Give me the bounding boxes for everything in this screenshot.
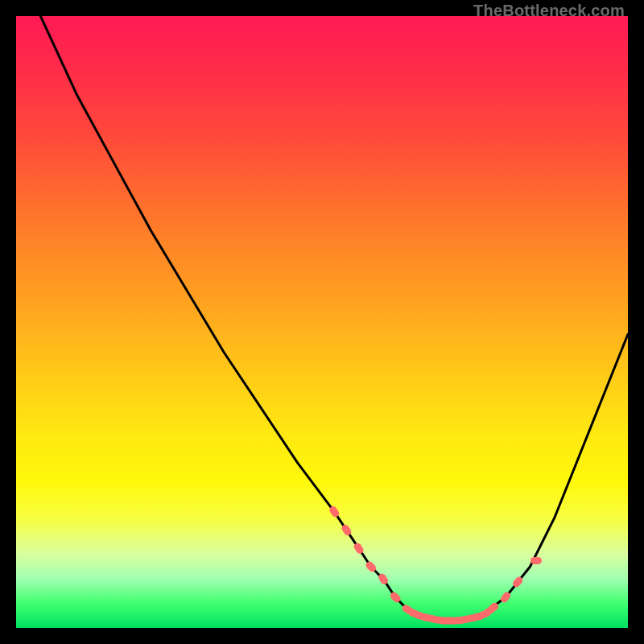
chart-background-gradient [16, 16, 628, 628]
chart-frame [16, 16, 628, 628]
watermark-text: TheBottleneck.com [473, 2, 625, 20]
